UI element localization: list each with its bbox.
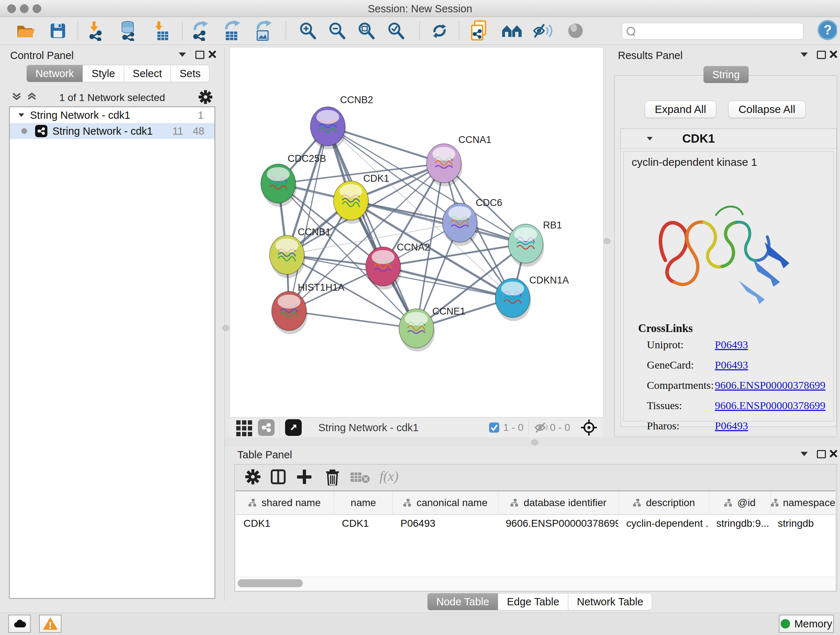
network-row-selected[interactable]: String Network - cdk1 11 48 <box>10 123 215 139</box>
selected-checkbox-icon[interactable] <box>489 422 500 433</box>
network-graph[interactable]: CCNB2CCNA1CDC25BCDK1CDC6RB1CCNB1CCNA2CDK… <box>230 48 603 417</box>
table-panel-menu-icon[interactable] <box>801 452 808 456</box>
grid-view-icon[interactable] <box>235 419 253 436</box>
left-splitter-handle[interactable] <box>223 325 229 331</box>
tab-style[interactable]: Style <box>82 65 124 82</box>
tab-edge-table[interactable]: Edge Table <box>498 593 568 610</box>
collection-expander-icon[interactable] <box>19 113 24 117</box>
results-panel-close-icon[interactable] <box>829 50 838 59</box>
crosslink-link[interactable]: P06493 <box>715 339 834 351</box>
column-header-id[interactable]: @id <box>709 491 771 515</box>
table-panel-close-icon[interactable] <box>829 449 838 458</box>
export-image-icon[interactable] <box>253 21 273 41</box>
fit-selected-crosshair-icon[interactable] <box>580 419 598 436</box>
export-table-icon[interactable] <box>221 21 242 41</box>
network-canvas[interactable]: CCNB2CCNA1CDC25BCDK1CDC6RB1CCNB1CCNA2CDK… <box>230 47 603 418</box>
expand-all-button[interactable]: Expand All <box>645 101 716 118</box>
memory-ok-dot <box>781 619 790 629</box>
memory-status-button[interactable]: Memory <box>779 615 834 633</box>
crosslink-link[interactable]: P06493 <box>715 359 834 371</box>
results-panel-menu-icon[interactable] <box>801 52 808 57</box>
network-options-gear-icon[interactable] <box>198 90 213 104</box>
cell-canonical-name[interactable]: P06493 <box>393 518 498 529</box>
tab-network-table[interactable]: Network Table <box>568 593 652 610</box>
gene-header[interactable]: CDK1 <box>621 129 836 149</box>
node-CCNE1[interactable]: CCNE1 <box>399 306 466 352</box>
gene-expander-icon[interactable] <box>647 137 653 141</box>
tab-select[interactable]: Select <box>124 65 171 82</box>
tab-string[interactable]: String <box>703 66 749 83</box>
node-CDC6[interactable]: CDC6 <box>442 197 502 246</box>
node-CDK1[interactable]: CDK1 <box>333 173 389 224</box>
cell-id[interactable]: stringdb:9... <box>708 518 770 529</box>
node-CCNB2[interactable]: CCNB2 <box>310 95 373 149</box>
crosslink-link[interactable]: 9606.ENSP00000378699 <box>715 379 834 391</box>
export-network-icon[interactable] <box>191 21 211 41</box>
cell-database-identifier[interactable]: 9606.ENSP00000378699 <box>498 518 618 529</box>
search-field[interactable] <box>622 23 804 40</box>
node-RB1[interactable]: RB1 <box>508 220 562 267</box>
column-header-database-identifier[interactable]: database identifier <box>499 491 619 515</box>
node-HIST1H1A[interactable]: HIST1H1A <box>272 282 344 334</box>
tab-node-table[interactable]: Node Table <box>427 593 498 610</box>
network-collection-row[interactable]: String Network - cdk1 1 <box>10 107 215 123</box>
open-session-icon[interactable] <box>16 21 36 41</box>
table-horizontal-scrollbar[interactable] <box>235 577 835 590</box>
column-header-namespace[interactable]: namespace <box>771 491 835 515</box>
column-header-name[interactable]: name <box>334 491 393 515</box>
delete-column-trash-icon[interactable] <box>325 468 340 486</box>
cell-name[interactable]: CDK1 <box>334 518 393 529</box>
save-session-icon[interactable] <box>48 21 68 41</box>
table-panel-float-icon[interactable] <box>817 450 826 458</box>
collapse-all-networks-icon[interactable] <box>11 91 24 102</box>
column-header-description[interactable]: description <box>619 491 709 515</box>
search-input[interactable] <box>638 25 803 37</box>
node-CDKN1A[interactable]: CDKN1A <box>495 275 569 321</box>
tab-sets[interactable]: Sets <box>171 65 210 82</box>
zoom-selected-icon[interactable] <box>386 21 406 41</box>
scrollbar-thumb[interactable] <box>238 579 303 587</box>
column-header-shared-name[interactable]: shared name <box>235 491 334 515</box>
crosslink-link[interactable]: P06493 <box>715 420 834 432</box>
refresh-icon[interactable] <box>429 21 450 41</box>
overview-houses-icon[interactable] <box>501 21 522 41</box>
cell-description[interactable]: cyclin-dependent ... <box>618 518 708 529</box>
import-network-from-database-icon[interactable] <box>118 21 139 41</box>
hide-graphics-details-icon[interactable] <box>532 21 553 41</box>
horizontal-splitter-handle[interactable] <box>531 440 538 445</box>
crosslink-link[interactable]: 9606.ENSP00000378699 <box>715 399 834 412</box>
create-column-plus-icon[interactable] <box>296 469 312 485</box>
warning-status-button[interactable] <box>39 615 62 633</box>
cell-namespace[interactable]: stringdb <box>770 518 834 529</box>
edge-CCNB2-CCNE1[interactable] <box>328 126 416 328</box>
show-columns-icon[interactable] <box>270 469 286 485</box>
table-options-gear-icon[interactable] <box>245 469 261 485</box>
zoom-in-icon[interactable] <box>297 21 317 41</box>
import-table-icon[interactable] <box>152 21 172 41</box>
control-panel-float-icon[interactable] <box>195 51 204 59</box>
zoom-fit-icon[interactable] <box>356 21 376 41</box>
results-panel-float-icon[interactable] <box>817 51 826 59</box>
horizontal-splitter[interactable] <box>225 437 840 447</box>
column-header-canonical-name[interactable]: canonical name <box>393 491 498 515</box>
cloud-status-button[interactable] <box>8 615 31 633</box>
node-CCNA2[interactable]: CCNA2 <box>366 242 430 290</box>
network-share-view-icon[interactable] <box>258 419 275 436</box>
control-panel-menu-icon[interactable] <box>179 52 186 57</box>
control-panel-close-icon[interactable] <box>208 50 217 59</box>
birdseye-view-icon[interactable] <box>285 419 302 436</box>
node-label-CCNA2: CCNA2 <box>397 242 430 253</box>
collapse-all-button[interactable]: Collapse All <box>728 101 806 118</box>
import-network-icon[interactable] <box>87 21 107 41</box>
current-network-title: String Network - cdk1 <box>318 422 418 434</box>
show-graphics-details-icon[interactable] <box>565 21 586 41</box>
tab-network[interactable]: Network <box>27 65 83 82</box>
expand-all-networks-icon[interactable] <box>26 91 39 102</box>
table-row[interactable]: CDK1 CDK1 P06493 9606.ENSP00000378699 cy… <box>235 515 835 532</box>
cell-shared-name[interactable]: CDK1 <box>235 518 334 529</box>
zoom-out-icon[interactable] <box>327 21 347 41</box>
edge-HIST1H1A-CCNE1[interactable] <box>289 311 416 328</box>
copy-network-icon[interactable] <box>470 21 490 41</box>
right-splitter-handle[interactable] <box>604 238 610 244</box>
help-button[interactable]: ? <box>817 20 837 40</box>
